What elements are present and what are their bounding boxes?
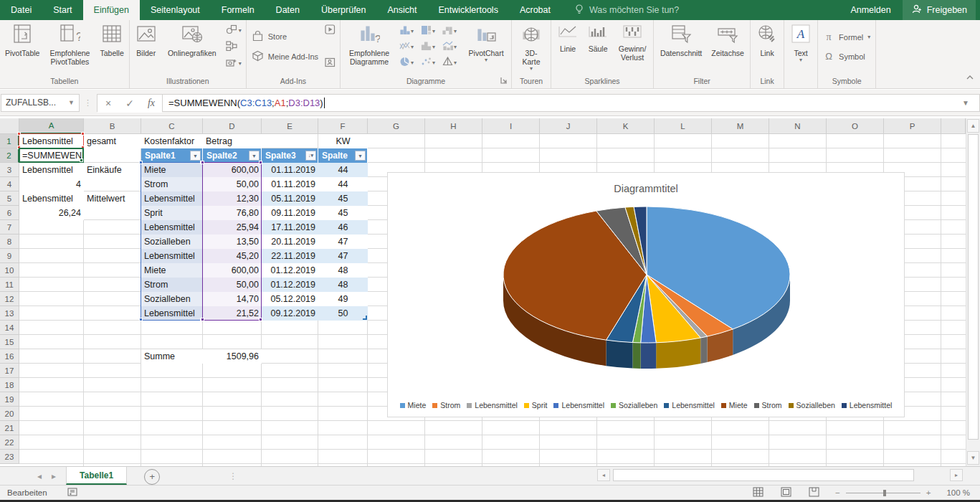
ribbon-button-symbol[interactable]: ΩSymbol (823, 50, 870, 62)
scroll-left-icon[interactable]: ◂ (597, 469, 610, 481)
cell-A4[interactable]: 4 (19, 177, 84, 191)
tab-scroll-divider[interactable]: ⋮ (229, 467, 237, 485)
legend-item-9[interactable]: Sozialleben (789, 401, 835, 409)
collapse-ribbon-icon[interactable] (966, 73, 974, 83)
legend-item-0[interactable]: Miete (400, 401, 427, 409)
cell-D3[interactable]: 600,00 (203, 163, 262, 177)
dialog-launcher-icon[interactable] (500, 76, 508, 87)
scroll-up-icon[interactable]: ▲ (967, 119, 979, 133)
table-resize-handle[interactable] (363, 316, 367, 320)
ribbon-button-screenshot[interactable]: ▾ (224, 56, 243, 70)
cell-E9[interactable]: 22.11.2019 (262, 249, 318, 263)
cell-E12[interactable]: 05.12.2019 (262, 292, 318, 306)
ribbon-button-pivottable[interactable]: PivotTable (2, 22, 42, 73)
ribbon-button-text[interactable]: AText▾ (786, 22, 815, 73)
column-header-H[interactable]: H (425, 118, 482, 134)
ribbon-button-meine-add-ins[interactable]: Meine Add-Ins (252, 50, 318, 63)
cell-C12[interactable]: Sozialleben (141, 292, 203, 306)
formula-input[interactable]: =SUMMEWENN(C3:C13;A1;D3:D13) ▼ (162, 94, 980, 112)
column-header-L[interactable]: L (655, 118, 712, 134)
chart-area[interactable]: Diagrammtitel MieteStromLebensmittelSpri… (387, 172, 905, 417)
cell-F11[interactable]: 48 (318, 278, 368, 292)
column-header-J[interactable]: J (540, 118, 597, 134)
cell-E11[interactable]: 01.12.2019 (262, 278, 318, 292)
cell-F1[interactable]: KW (318, 134, 368, 148)
cell-D4[interactable]: 50,00 (203, 177, 262, 191)
cell-E6[interactable]: 09.11.2019 (262, 206, 318, 220)
ribbon-button-chart-hier[interactable]: ▾ (419, 23, 440, 39)
cell-A5[interactable]: Lebensmittel (19, 191, 84, 206)
cell-D7[interactable]: 25,94 (203, 220, 262, 235)
legend-item-7[interactable]: Miete (721, 401, 748, 409)
ribbon-button-zeitachse[interactable]: Zeitachse (708, 22, 748, 73)
row-header-10[interactable]: 10 (0, 263, 19, 278)
cell-D16[interactable]: 1509,96 (203, 349, 262, 364)
ribbon-button-linie[interactable]: Linie (553, 22, 582, 73)
ribbon-button-3dkarte[interactable]: 3D-Karte▾ (514, 22, 548, 73)
scroll-right-icon[interactable]: ▸ (950, 469, 963, 481)
cell-C16[interactable]: Summe (141, 349, 203, 364)
horizontal-scroll-thumb[interactable] (613, 469, 914, 481)
filter-dropdown-icon[interactable]: ▼ (249, 151, 260, 161)
ribbon-button-chart-radar[interactable]: ▾ (440, 55, 462, 70)
sheet-tab-tabelle1[interactable]: Tabelle1 (66, 467, 127, 485)
name-box-dropdown-icon[interactable]: ▼ (68, 99, 75, 106)
cell-A1[interactable]: Lebensmittel (19, 134, 84, 148)
ribbon-button-smartart[interactable] (224, 39, 243, 54)
chart-title[interactable]: Diagrammtitel (388, 183, 904, 194)
cell-C5[interactable]: Lebensmittel (141, 191, 203, 206)
cell-E7[interactable]: 17.11.2019 (262, 220, 318, 235)
name-box[interactable]: ZUFALLSB... ▼ (1, 94, 80, 112)
legend-item-4[interactable]: Lebensmittel (553, 401, 604, 409)
row-header-4[interactable]: 4 (0, 177, 19, 191)
vertical-scroll-thumb[interactable] (968, 134, 979, 440)
cell-A2[interactable]: =SUMMEWENN (19, 148, 84, 163)
ribbon-button-store[interactable]: Store (252, 30, 318, 43)
column-header-E[interactable]: E (262, 118, 318, 134)
filter-dropdown-icon[interactable]: ↓▾ (305, 151, 316, 161)
cell-F4[interactable]: 44 (318, 177, 368, 191)
cell-D6[interactable]: 76,80 (203, 206, 262, 220)
cell-C4[interactable]: Strom (141, 177, 203, 191)
column-header-A[interactable]: A (19, 118, 84, 134)
ribbon-tab-acrobat[interactable]: Acrobat (509, 0, 561, 20)
ribbon-button-shapes[interactable]: ▾ (224, 23, 243, 37)
cell-F3[interactable]: 44 (318, 163, 368, 177)
ribbon-tab-einfügen[interactable]: Einfügen (83, 0, 140, 20)
ribbon-button-datenschnitt[interactable]: Datenschnitt (656, 22, 706, 73)
row-header-18[interactable]: 18 (0, 378, 19, 392)
ribbon-button-chart-scatter[interactable]: ▾ (419, 55, 440, 70)
cell-C13[interactable]: Lebensmittel (141, 306, 203, 321)
cell-C7[interactable]: Lebensmittel (141, 220, 203, 235)
share-button[interactable]: Freigeben (903, 0, 976, 20)
macro-record-icon[interactable] (67, 488, 77, 498)
cell-E8[interactable]: 20.11.2019 (262, 235, 318, 249)
cancel-button[interactable]: × (97, 95, 119, 113)
cell-E4[interactable]: 01.11.2019 (262, 177, 318, 191)
ribbon-button-chart-pie[interactable]: ▾ (397, 55, 419, 70)
cell-C3[interactable]: Miete (141, 163, 203, 177)
cell-F12[interactable]: 49 (318, 292, 368, 306)
cell-F13[interactable]: 50 (318, 306, 368, 321)
cell-A6[interactable]: 26,24 (19, 206, 84, 220)
cell-F5[interactable]: 45 (318, 191, 368, 206)
cell-E3[interactable]: 01.11.2019 (262, 163, 318, 177)
legend-item-8[interactable]: Strom (754, 401, 782, 409)
column-header-I[interactable]: I (482, 118, 540, 134)
ribbon-tab-ansicht[interactable]: Ansicht (377, 0, 428, 20)
cell-E10[interactable]: 01.12.2019 (262, 263, 318, 278)
column-header-D[interactable]: D (203, 118, 262, 134)
row-header-13[interactable]: 13 (0, 306, 19, 321)
row-header-5[interactable]: 5 (0, 191, 19, 206)
legend-item-2[interactable]: Lebensmittel (467, 401, 518, 409)
ribbon-button-gewinnverlust[interactable]: Gewinn/ Verlust (614, 22, 651, 73)
enter-button[interactable]: ✓ (119, 95, 141, 113)
cell-D13[interactable]: 21,52 (203, 306, 262, 321)
row-header-15[interactable]: 15 (0, 335, 19, 349)
cell-E13[interactable]: 09.12.2019 (262, 306, 318, 321)
table-header-spalte2[interactable]: Spalte2▼ (203, 148, 262, 163)
ribbon-button-bing-maps[interactable] (323, 23, 337, 37)
cell-F8[interactable]: 47 (318, 235, 368, 249)
ribbon-button-bilder[interactable]: Bilder (132, 22, 161, 73)
sign-in-button[interactable]: Anmelden (842, 5, 899, 15)
